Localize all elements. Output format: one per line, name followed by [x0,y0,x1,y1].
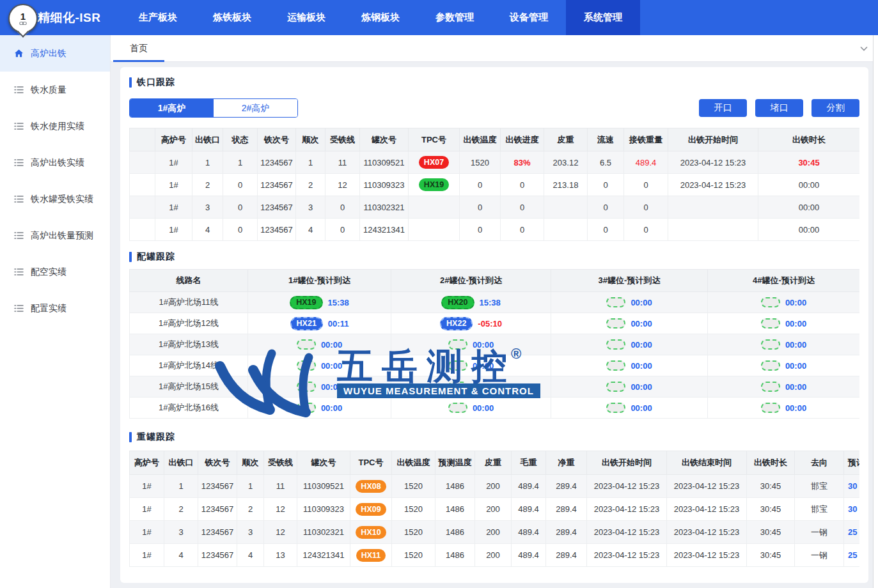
chevron-down-icon[interactable] [859,43,869,54]
furnace-tab-group: 1#高炉 2#高炉 [129,98,298,118]
nav-item-parameter[interactable]: 参数管理 [418,0,492,35]
cell: 1520 [460,151,501,174]
list-icon [14,85,24,95]
empty-tank-pill [606,360,625,371]
cell: 489.4 [512,498,546,521]
cell: 4 [192,219,223,241]
cell: 0 [624,196,668,219]
sidebar-item-empty-allocation-record[interactable]: 配空实绩 [0,254,110,290]
cell: 00:00 [551,355,708,376]
table-row[interactable]: 1#高炉北场13线00:0000:0000:0000:00 [130,334,860,355]
eta-time: 00:00 [785,319,806,329]
cell: 0 [624,219,668,241]
table-row[interactable]: 1#111234567111110309521HX07152083%203.12… [130,151,860,174]
cell: 1486 [435,544,475,567]
cell: 289.4 [546,475,587,498]
table-row[interactable]: 1#高炉北场15线00:0000:0000:0000:00 [130,376,860,398]
cell: 0 [624,174,668,196]
sidebar-item-label: 铁水使用实绩 [31,121,84,132]
cell: 1# [155,219,192,241]
tpc-pill: HX10 [356,526,386,539]
tab-home[interactable]: 首页 [113,35,164,62]
cell: 0 [588,219,624,241]
column-header: 净重 [546,451,587,475]
tab-furnace-1[interactable]: 1#高炉 [130,99,214,117]
cell: 6.5 [588,151,624,174]
table-row[interactable]: 1#11234567111110309521HX0815201486200489… [130,475,860,498]
table-row[interactable]: 1#21234567212110309323HX0915201486200489… [130,498,860,521]
eta-time: 00:00 [321,361,342,371]
cell: 1520 [392,544,435,567]
table-row[interactable]: 1#高炉北场11线HX1915:38HX2015:3800:0000:00 [130,292,860,313]
cell: 1234567 [258,174,296,196]
eta-time: 00:00 [473,340,494,350]
cell: 00:00 [551,398,708,419]
cell: 110302321 [297,521,350,544]
cell [130,151,155,174]
cell: 00:00 [708,376,860,398]
empty-tank-pill [297,339,316,350]
table-row[interactable]: 1#30123456730110302321000000:00 [130,196,860,219]
cell: 12 [325,174,360,196]
sidebar-item-furnace-tapping-record[interactable]: 高炉出铁实绩 [0,144,110,181]
sidebar-item-config-record[interactable]: 配置实绩 [0,290,110,327]
column-header: 顺次 [296,128,325,151]
eta-time: 00:00 [631,319,652,329]
cell: 3 [192,196,223,219]
list-icon [14,121,24,131]
cell: 2023-04-12 15:23 [587,544,667,567]
list-icon [14,304,24,313]
sidebar-item-furnace-tapping[interactable]: 高炉出铁 [0,35,110,72]
open-taphole-button[interactable]: 开口 [699,99,747,117]
scrollbar-track[interactable] [873,35,878,588]
cell: 4 [296,219,325,241]
cell: 1486 [435,475,475,498]
table-row[interactable]: 1#40123456740124321341000000:00 [130,219,860,241]
section-accent-bar [129,252,132,262]
sidebar-item-ladle-receiving-record[interactable]: 铁水罐受铁实绩 [0,181,110,217]
cell: 13 [264,544,297,567]
nav-item-system[interactable]: 系统管理 [566,0,640,35]
cell: 489.4 [512,475,546,498]
nav-item-equipment[interactable]: 设备管理 [492,0,566,35]
table-row[interactable]: 1#高炉北场16线00:0000:0000:0000:00 [130,398,860,419]
nav-item-ironmaking[interactable]: 炼铁板块 [195,0,269,35]
cell: 0 [223,219,258,241]
pin-balloon: 1 [8,4,38,33]
table-row[interactable]: 1#31234567312110302321HX1015201486200489… [130,521,860,544]
column-header: 毛重 [512,451,546,475]
cell: 一钢 [795,521,844,544]
column-header: 高炉号 [130,451,164,475]
cell: 213.18 [544,174,588,196]
split-button[interactable]: 分割 [811,99,859,117]
column-header: 出铁开始时间 [668,128,758,151]
cell: 12 [264,521,297,544]
list-icon [14,158,24,167]
table-row[interactable]: 1#高炉北场14线00:0000:0000:0000:00 [130,355,860,376]
empty-tank-pill [761,318,780,329]
eta-time: -05:10 [478,319,502,329]
table-row[interactable]: 1#201234567212110309323HX1900213.1800202… [130,174,860,196]
eta-time: 00:00 [321,382,342,392]
column-header: 出铁口 [192,128,223,151]
nav-item-steelmaking[interactable]: 炼钢板块 [343,0,418,35]
column-header: 线路名 [130,270,248,292]
cell: 1#高炉北场13线 [130,334,248,355]
eta-time: 00:00 [631,382,652,392]
cell: 0 [501,196,544,219]
sidebar-item-tapping-forecast[interactable]: 高炉出铁量预测 [0,217,110,254]
table-row[interactable]: 1#41234567413124321341HX1115201486200489… [130,544,860,567]
nav-item-production[interactable]: 生产板块 [121,0,195,35]
nav-item-transport[interactable]: 运输板块 [269,0,343,35]
tab-furnace-2[interactable]: 2#高炉 [214,99,297,117]
sidebar-item-iron-usage-record[interactable]: 铁水使用实绩 [0,108,110,144]
list-icon [14,194,24,204]
cell [544,219,588,241]
taphole-table: 高炉号出铁口状态铁次号顺次受铁线罐次号TPC号出铁温度出铁进度皮重流速接铁重量出… [129,128,859,241]
sidebar-item-iron-quality[interactable]: 铁水质量 [0,72,110,108]
cell: 3 [296,196,325,219]
table-row[interactable]: 1#高炉北场12线HX2100:11HX22-05:1000:0000:00 [130,313,860,334]
column-header: 出铁时长 [758,128,860,151]
plug-taphole-button[interactable]: 堵口 [755,99,803,117]
cell: 1 [237,475,264,498]
